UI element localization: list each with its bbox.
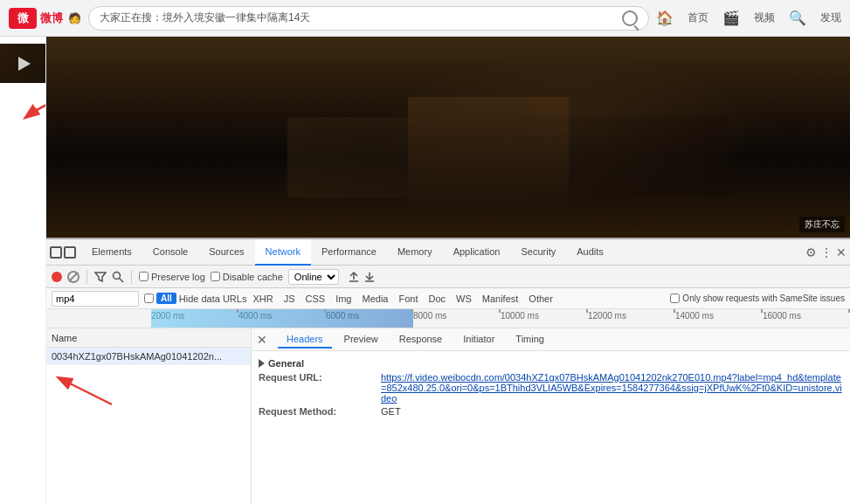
details-tabs: ✕ Headers Preview Response Initiator Tim… xyxy=(252,328,850,351)
details-content: General Request URL: https://f.video.wei… xyxy=(252,351,850,504)
video-thumbnail[interactable] xyxy=(0,44,46,83)
filter-xhr[interactable]: XHR xyxy=(248,293,277,305)
filter-doc[interactable]: Doc xyxy=(424,293,450,305)
tab-security[interactable]: Security xyxy=(510,239,566,266)
arrow-annotation-2 xyxy=(51,369,121,413)
request-details: ✕ Headers Preview Response Initiator Tim… xyxy=(252,328,850,504)
address-text: 大家正在搜：境外入境安徽一律集中隔离14天 xyxy=(100,10,615,25)
tab-console[interactable]: Console xyxy=(142,239,198,266)
main-content: 苏庄不忘 Elements Console Sources Network Pe… xyxy=(46,37,850,504)
request-arrow-container: 0034hXZ1gx07BHskAMAg01041202n... xyxy=(46,348,251,365)
upload-icon[interactable] xyxy=(348,271,360,283)
details-close-button[interactable]: ✕ xyxy=(257,333,267,347)
details-tab-headers[interactable]: Headers xyxy=(278,331,332,349)
clear-button[interactable] xyxy=(67,271,79,283)
devtools-menu-icon[interactable]: ⋮ xyxy=(820,245,833,259)
play-button-icon xyxy=(18,57,31,71)
nav-video[interactable]: 视频 xyxy=(754,10,775,25)
weibo-logo-icon: 微 xyxy=(9,8,37,29)
video-bg xyxy=(46,37,850,238)
request-url-row: Request URL: https://f.video.weibocdn.co… xyxy=(259,372,843,404)
request-item[interactable]: 0034hXZ1gx07BHskAMAg01041202n... xyxy=(46,348,251,365)
weibo-nav-icon: 🧑 xyxy=(68,12,81,24)
filter-ws[interactable]: WS xyxy=(452,293,476,305)
timeline-ticks xyxy=(151,309,850,313)
disable-cache-checkbox[interactable] xyxy=(211,272,220,281)
devtools-undock-icon[interactable] xyxy=(64,246,76,259)
left-sidebar xyxy=(0,37,46,504)
samesite-checkbox[interactable] xyxy=(670,293,680,303)
triangle-icon xyxy=(259,359,265,368)
nav-discover[interactable]: 发现 xyxy=(820,10,841,25)
tab-elements[interactable]: Elements xyxy=(81,239,142,266)
request-method-label: Request Method: xyxy=(259,406,381,417)
disable-cache-label[interactable]: Disable cache xyxy=(211,272,283,282)
throttle-select[interactable]: Online xyxy=(288,269,339,285)
weibo-logo[interactable]: 微 微博 🧑 xyxy=(9,8,81,29)
devtools-close-icon[interactable]: ✕ xyxy=(836,245,847,259)
search-network-icon[interactable] xyxy=(112,271,124,283)
filter-font[interactable]: Font xyxy=(394,293,422,305)
tab-application[interactable]: Application xyxy=(443,239,511,266)
tab-network[interactable]: Network xyxy=(255,239,311,266)
separator-1 xyxy=(86,270,87,284)
devtools-panel: Elements Console Sources Network Perform… xyxy=(46,238,850,504)
svg-line-1 xyxy=(120,278,124,282)
search-icon xyxy=(622,10,638,26)
filter-manifest[interactable]: Manifest xyxy=(478,293,523,305)
filter-icon[interactable] xyxy=(94,271,107,283)
tab-performance[interactable]: Performance xyxy=(311,239,387,266)
download-icon[interactable] xyxy=(363,271,376,283)
filter-css[interactable]: CSS xyxy=(301,293,330,305)
hide-data-urls-label[interactable]: All Hide data URLs xyxy=(144,293,246,304)
video-container[interactable]: 苏庄不忘 xyxy=(46,37,850,238)
arrow-annotation-2-container xyxy=(51,369,121,416)
details-tab-initiator[interactable]: Initiator xyxy=(454,331,503,349)
preserve-log-label[interactable]: Preserve log xyxy=(139,272,205,282)
request-list-header: Name xyxy=(46,328,251,348)
devtools-toolbar: Preserve log Disable cache Online xyxy=(46,266,850,288)
details-tab-timing[interactable]: Timing xyxy=(507,331,553,349)
timeline-bar: 2000 ms 4000 ms 6000 ms 8000 ms 10000 ms… xyxy=(46,309,850,328)
tab-memory[interactable]: Memory xyxy=(387,239,443,266)
record-button[interactable] xyxy=(52,272,62,282)
request-list: Name 0034hXZ1gx07BHskAMAg01041202n... xyxy=(46,328,252,504)
svg-point-0 xyxy=(114,272,121,279)
general-section-title[interactable]: General xyxy=(259,358,843,369)
nav-home[interactable]: 首页 xyxy=(688,10,708,25)
devtools-main: Name 0034hXZ1gx07BHskAMAg01041202n... xyxy=(46,328,850,504)
devtools-tabs: Elements Console Sources Network Perform… xyxy=(46,239,850,266)
watermark: 苏庄不忘 xyxy=(799,217,845,232)
request-item-name: 0034hXZ1gx07BHskAMAg01041202n... xyxy=(52,351,245,362)
browser-top-bar: 微 微博 🧑 大家正在搜：境外入境安徽一律集中隔离14天 🏠 首页 🎬 视频 🔍… xyxy=(0,0,850,37)
filter-type-bar: All Hide data URLs XHR JS CSS Img Media … xyxy=(46,288,850,309)
samesite-checkbox-label[interactable]: Only show requests with SameSite issues xyxy=(670,293,845,303)
tab-sources[interactable]: Sources xyxy=(198,239,254,266)
filter-img[interactable]: Img xyxy=(331,293,356,305)
request-method-value: GET xyxy=(381,406,843,417)
request-method-row: Request Method: GET xyxy=(259,406,843,417)
nav-buttons: 🏠 首页 🎬 视频 🔍 发现 xyxy=(656,10,841,26)
request-url-value[interactable]: https://f.video.weibocdn.com/0034hXZ1gx0… xyxy=(381,372,843,404)
content-area: 苏庄不忘 Elements Console Sources Network Pe… xyxy=(0,37,850,504)
separator-2 xyxy=(131,270,132,284)
filter-js[interactable]: JS xyxy=(280,293,300,305)
hide-data-urls-checkbox[interactable] xyxy=(144,293,154,303)
filter-media[interactable]: Media xyxy=(357,293,392,305)
address-bar[interactable]: 大家正在搜：境外入境安徽一律集中隔离14天 xyxy=(88,6,649,31)
devtools-dock-icon[interactable] xyxy=(50,246,62,259)
request-url-label: Request URL: xyxy=(259,372,381,404)
tab-audits[interactable]: Audits xyxy=(566,239,614,266)
filter-other[interactable]: Other xyxy=(524,293,557,305)
devtools-settings-icon[interactable]: ⚙ xyxy=(805,245,817,259)
details-tab-response[interactable]: Response xyxy=(390,331,452,349)
general-title-text: General xyxy=(268,358,304,369)
preserve-log-checkbox[interactable] xyxy=(139,272,149,281)
weibo-logo-text: 微博 xyxy=(40,10,63,26)
arrow-annotation-1 xyxy=(17,91,46,126)
details-tab-preview[interactable]: Preview xyxy=(335,331,387,349)
url-filter-input[interactable] xyxy=(52,291,139,307)
